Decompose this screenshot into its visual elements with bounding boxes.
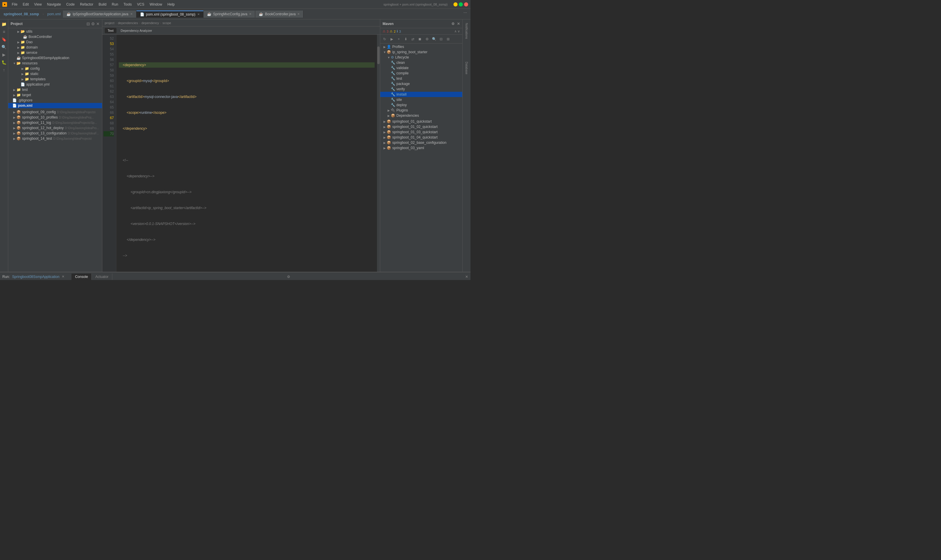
- minimize-button[interactable]: [454, 2, 458, 6]
- maven-dependencies[interactable]: ▶ 📦 Dependencies: [380, 113, 462, 118]
- maven-task-verify[interactable]: 🔧 verify: [380, 86, 462, 92]
- close-button[interactable]: [464, 2, 468, 6]
- find-icon[interactable]: 🔍: [1, 43, 8, 51]
- bc-dependency[interactable]: dependency: [141, 21, 159, 25]
- tree-item-utils[interactable]: ▶ 📂 utils: [8, 29, 102, 34]
- menu-navigate[interactable]: Navigate: [45, 2, 63, 7]
- maven-settings-icon[interactable]: ⚙: [451, 22, 455, 26]
- maven-sb01-04[interactable]: ▶ 📦 springboot_01_04_quickstart: [380, 135, 462, 140]
- tab-springmvc[interactable]: ☕ SpringMvcConfig.java ✕: [203, 11, 255, 18]
- menu-refactor[interactable]: Refactor: [78, 2, 95, 7]
- maven-hide-icon[interactable]: ✕: [457, 22, 460, 26]
- bookmarks-icon[interactable]: 🔖: [1, 36, 8, 43]
- maven-run-btn[interactable]: ▶: [389, 36, 395, 42]
- menu-code[interactable]: Code: [64, 2, 77, 7]
- maven-task-test[interactable]: 🔧 test: [380, 76, 462, 81]
- maven-profiles[interactable]: ▶ 👤 Profiles: [380, 44, 462, 49]
- run-hide-icon[interactable]: ✕: [465, 275, 468, 279]
- tree-item-dao[interactable]: ▶ 📁 Dao: [8, 39, 102, 45]
- bc-project[interactable]: project: [105, 21, 114, 25]
- tree-item-pomxml[interactable]: 📄 pom.xml: [8, 103, 102, 108]
- tab-bookcontroller-close[interactable]: ✕: [297, 12, 300, 15]
- run-icon[interactable]: ▶: [1, 51, 8, 58]
- menu-vcs[interactable]: VCS: [135, 2, 147, 7]
- tree-item-resources[interactable]: ▼ 📂 resources: [8, 61, 102, 66]
- tab-actuator[interactable]: Actuator: [92, 274, 112, 280]
- tab-console[interactable]: Console: [71, 274, 92, 280]
- collapse-all-icon[interactable]: ⊟: [86, 22, 90, 26]
- menu-run[interactable]: Run: [109, 2, 121, 7]
- menu-tools[interactable]: Tools: [121, 2, 134, 7]
- expand-warnings-icon[interactable]: ∧ ∨: [454, 29, 460, 33]
- maven-toggle-btn[interactable]: ⇄: [410, 36, 416, 42]
- tree-item-sb14[interactable]: ▶ 📦 springboot_14_test D:\DingJiaxiong\I…: [8, 136, 102, 141]
- hide-panel-icon[interactable]: ✕: [96, 22, 100, 26]
- tab-dependency-analyzer[interactable]: Dependency Analyzer: [118, 28, 155, 33]
- maven-sb01-qs[interactable]: ▶ 📦 springboot_01_quickstart: [380, 119, 462, 124]
- maven-sb03[interactable]: ▶ 📦 springboot_03_yaml: [380, 145, 462, 151]
- tab-bookcontroller[interactable]: ☕ BookController.java ✕: [255, 11, 303, 18]
- tree-item-service[interactable]: ▶ 📁 service: [8, 50, 102, 55]
- more-tabs-icon[interactable]: ⋯: [461, 11, 469, 18]
- structure-icon[interactable]: ≡: [1, 28, 8, 35]
- maven-refresh-btn[interactable]: ↻: [381, 36, 388, 42]
- run-settings-icon[interactable]: ⚙: [287, 275, 290, 279]
- tree-item-sb12[interactable]: ▶ 📦 springboot_12_hot_deploy D:\DingJiax…: [8, 125, 102, 131]
- pom-tab[interactable]: pom.xml: [45, 11, 63, 17]
- maven-settings-btn[interactable]: ⚙: [424, 36, 430, 42]
- menu-build[interactable]: Build: [96, 2, 109, 7]
- maven-root-module[interactable]: ▼ 📦 ip_spring_boot_starter: [380, 49, 462, 55]
- tab-springmvc-close[interactable]: ✕: [249, 12, 251, 15]
- project-name-tab[interactable]: springboot_08_ssmp: [1, 11, 42, 17]
- tree-item-sb10[interactable]: ▶ 📦 springboot_10_profiles D:\DingJiaxio…: [8, 115, 102, 120]
- tree-item-sb09[interactable]: ▶ 📦 springboot_09_config D:\DingJiaxiong…: [8, 109, 102, 115]
- bc-scope[interactable]: scope: [163, 21, 171, 25]
- maven-collapse-btn[interactable]: ⊟: [438, 36, 444, 42]
- maven-plugins[interactable]: ▶ 🔌 Plugins: [380, 108, 462, 113]
- tab-ipspring[interactable]: ☕ IpSpringBootStarterApplication.java ✕: [63, 11, 136, 18]
- tree-item-sb11[interactable]: ▶ 📦 springboot_11_log D:\DingJiaxiong\Id…: [8, 120, 102, 125]
- maven-task-clean[interactable]: 🔧 clean: [380, 60, 462, 65]
- menu-help[interactable]: Help: [165, 2, 177, 7]
- tree-item-appyml[interactable]: 📄 application.yml: [8, 82, 102, 87]
- maven-search-btn[interactable]: 🔍: [431, 36, 437, 42]
- tree-item-target[interactable]: ▶ 📁 target: [8, 92, 102, 98]
- maven-task-validate[interactable]: 🔧 validate: [380, 65, 462, 71]
- tree-item-sb13[interactable]: ▶ 📦 springboot_13_configuration D:\DingJ…: [8, 131, 102, 136]
- tree-item-bookcontroller[interactable]: ☕ BookController: [8, 34, 102, 39]
- maximize-button[interactable]: [459, 2, 463, 6]
- tree-item-domain[interactable]: ▶ 📁 domain: [8, 45, 102, 50]
- menu-file[interactable]: File: [9, 2, 20, 7]
- commit-icon[interactable]: ↑: [1, 66, 8, 74]
- tree-item-test[interactable]: ▶ 📁 test: [8, 87, 102, 92]
- maven-expand-btn[interactable]: ⊞: [445, 36, 451, 42]
- maven-task-package[interactable]: 🔧 package: [380, 81, 462, 86]
- tree-item-mainapp[interactable]: ☕ Springboot08SsmpApplication: [8, 55, 102, 61]
- maven-lifecycle-group[interactable]: ▼ ⚙ Lifecycle: [380, 55, 462, 60]
- vertical-scrollbar[interactable]: [377, 35, 380, 272]
- tab-ipspring-close[interactable]: ✕: [130, 12, 132, 15]
- settings-icon[interactable]: ⚙: [91, 22, 95, 26]
- code-content[interactable]: <dependency> <groupId>mysql</groupId> <a…: [117, 35, 377, 272]
- maven-task-compile[interactable]: 🔧 compile: [380, 71, 462, 76]
- tab-pom[interactable]: 📄 pom.xml (springboot_08_ssmp) ✕: [137, 11, 203, 18]
- maven-sb01-03[interactable]: ▶ 📦 springboot_01_03_quickstart: [380, 129, 462, 135]
- tree-item-static[interactable]: ▶ 📁 static: [8, 71, 102, 77]
- maven-sb01-02[interactable]: ▶ 📦 springboot_01_02_quickstart: [380, 124, 462, 129]
- maven-task-deploy[interactable]: 🔧 deploy: [380, 102, 462, 108]
- maven-download-btn[interactable]: ⬇: [403, 36, 409, 42]
- project-icon[interactable]: 📁: [1, 21, 8, 28]
- menu-view[interactable]: View: [32, 2, 44, 7]
- maven-sb02[interactable]: ▶ 📦 springboot_02_base_configuration: [380, 140, 462, 145]
- bc-dependencies[interactable]: dependencies: [118, 21, 138, 25]
- maven-task-site[interactable]: 🔧 site: [380, 97, 462, 102]
- maven-add-btn[interactable]: +: [395, 36, 402, 42]
- tab-pom-close[interactable]: ✕: [197, 13, 200, 16]
- maven-stop-btn[interactable]: ⏹: [417, 36, 423, 42]
- tree-item-templates[interactable]: ▶ 📁 templates: [8, 77, 102, 82]
- tree-item-config[interactable]: ▶ 📁 config: [8, 66, 102, 71]
- scrollbar-thumb[interactable]: [377, 46, 380, 64]
- database-icon[interactable]: Database: [463, 59, 470, 77]
- menu-window[interactable]: Window: [147, 2, 165, 7]
- tab-text[interactable]: Text: [105, 28, 117, 33]
